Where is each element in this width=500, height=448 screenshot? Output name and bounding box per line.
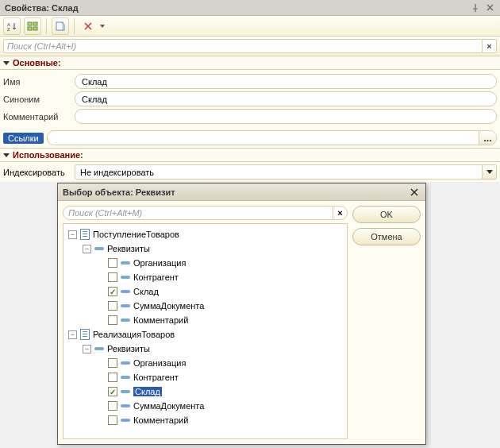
group-icon	[94, 347, 104, 350]
dialog-search-input[interactable]: Поиск (Ctrl+Alt+M)	[63, 206, 333, 220]
dropdown-caret-icon[interactable]	[100, 25, 105, 28]
index-label: Индексировать	[3, 168, 75, 177]
tree-node-item[interactable]: Контрагент	[65, 370, 345, 384]
svg-rect-6	[56, 22, 63, 30]
object-picker-dialog: Выбор объекта: Реквизит Поиск (Ctrl+Alt+…	[57, 183, 426, 445]
comment-label: Комментарий	[3, 112, 75, 122]
dialog-titlebar: Выбор объекта: Реквизит	[58, 183, 425, 201]
checkbox[interactable]	[108, 258, 117, 268]
checkbox[interactable]	[108, 401, 117, 411]
links-label: Ссылки	[3, 133, 44, 144]
dialog-search-placeholder: Поиск (Ctrl+Alt+M)	[68, 208, 142, 218]
sort-button[interactable]: AZ	[3, 17, 21, 35]
tree-node-item[interactable]: Организация	[65, 256, 345, 270]
tree-node-group[interactable]: − Реквизиты	[65, 241, 345, 256]
group-usage[interactable]: Использование:	[0, 148, 500, 162]
close-icon[interactable]	[484, 2, 495, 14]
tree-node-item[interactable]: Организация	[65, 356, 345, 370]
links-ellipsis-button[interactable]: …	[479, 131, 496, 145]
checkbox[interactable]	[108, 373, 117, 382]
expander-icon[interactable]: −	[68, 330, 77, 339]
tree-node-item[interactable]: Контрагент	[65, 270, 345, 284]
attr-icon	[121, 290, 130, 293]
chevron-down-icon	[487, 170, 493, 174]
tree-node-item[interactable]: Комментарий	[65, 313, 345, 327]
collapse-icon	[3, 153, 10, 157]
dialog-close-button[interactable]	[408, 186, 421, 199]
selected-item: Склад	[133, 387, 162, 396]
svg-text:Z: Z	[7, 27, 10, 32]
tree-node-item[interactable]: Комментарий	[65, 413, 345, 427]
dialog-search-clear[interactable]: ×	[333, 206, 348, 220]
window-title: Свойства: Склад	[5, 3, 79, 13]
name-label: Имя	[3, 77, 75, 87]
checkbox[interactable]	[108, 415, 117, 425]
pin-icon[interactable]	[470, 2, 481, 14]
synonym-field[interactable]: Склад	[75, 91, 497, 106]
tree-node-item[interactable]: ✓ Склад	[65, 284, 345, 299]
checkbox[interactable]	[108, 301, 117, 311]
tree-node-item[interactable]: СуммаДокумента	[65, 299, 345, 313]
attr-icon	[121, 390, 130, 393]
search-row: Поиск (Ctrl+Alt+I) ×	[0, 37, 500, 56]
synonym-label: Синоним	[3, 95, 75, 104]
ok-button[interactable]: OK	[352, 206, 421, 223]
name-field[interactable]: Склад	[75, 74, 497, 89]
dialog-title: Выбор объекта: Реквизит	[63, 187, 175, 197]
svg-rect-5	[33, 27, 37, 30]
attr-icon	[121, 361, 130, 365]
expander-icon[interactable]: −	[68, 230, 77, 239]
attr-icon	[121, 376, 130, 379]
group-main-label: Основные:	[13, 58, 61, 68]
tree-node-group[interactable]: − Реквизиты	[65, 342, 345, 356]
search-input[interactable]: Поиск (Ctrl+Alt+I)	[3, 39, 483, 53]
collapse-icon	[3, 61, 10, 65]
checkbox[interactable]	[108, 272, 117, 282]
group-icon	[94, 247, 104, 250]
tree-node-doc[interactable]: − РеализацияТоваров	[65, 327, 345, 342]
toolbar: AZ	[0, 16, 500, 37]
document-icon	[80, 329, 90, 340]
svg-rect-2	[28, 22, 32, 25]
attr-icon	[121, 304, 130, 307]
group-usage-label: Использование:	[13, 150, 83, 160]
checkbox[interactable]	[108, 315, 117, 325]
attr-icon	[121, 419, 130, 422]
categories-button[interactable]	[24, 17, 41, 35]
group-main[interactable]: Основные:	[0, 56, 500, 70]
attr-icon	[121, 404, 130, 407]
checkbox[interactable]: ✓	[108, 387, 117, 396]
expander-icon[interactable]: −	[83, 245, 91, 253]
properties-titlebar: Свойства: Склад	[0, 0, 500, 16]
comment-field[interactable]	[75, 109, 497, 124]
action-button[interactable]	[52, 17, 69, 35]
svg-rect-4	[33, 22, 37, 25]
cancel-button[interactable]: Отмена	[352, 228, 421, 245]
links-field[interactable]: …	[47, 130, 497, 145]
document-icon	[80, 229, 90, 240]
checkbox[interactable]: ✓	[108, 287, 117, 296]
checkbox[interactable]	[108, 358, 117, 368]
search-placeholder: Поиск (Ctrl+Alt+I)	[7, 41, 76, 51]
svg-rect-3	[28, 27, 32, 30]
clear-x-button[interactable]	[79, 17, 97, 35]
tree[interactable]: − ПоступлениеТоваров − Реквизиты Организ…	[63, 223, 348, 439]
tree-node-doc[interactable]: − ПоступлениеТоваров	[65, 227, 345, 241]
search-clear-button[interactable]: ×	[483, 39, 497, 53]
index-field[interactable]: Не индексировать	[75, 164, 497, 180]
attr-icon	[121, 319, 130, 322]
attr-icon	[121, 261, 130, 265]
attr-icon	[121, 276, 130, 279]
expander-icon[interactable]: −	[83, 345, 91, 353]
tree-node-item[interactable]: ✓ Склад	[65, 384, 345, 399]
tree-node-item[interactable]: СуммаДокумента	[65, 399, 345, 413]
index-dropdown-button[interactable]	[482, 165, 496, 179]
